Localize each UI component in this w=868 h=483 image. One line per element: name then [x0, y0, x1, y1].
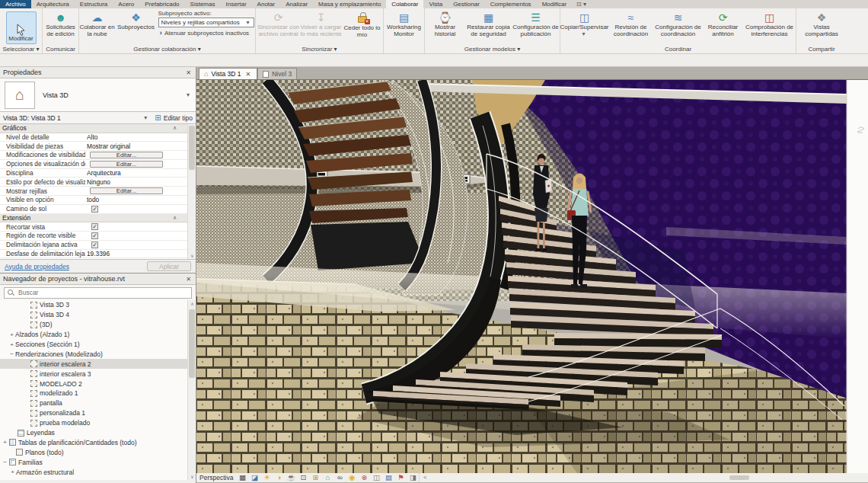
mostrar-historial-button[interactable]: ⌚ Mostrar historial [426, 9, 465, 44]
configuracion-publicacion-button[interactable]: ☰ Configuración de publicación [512, 9, 560, 44]
tab-masa-emplazamiento[interactable]: Masa y emplazamiento [313, 0, 386, 8]
tree-item-tablas[interactable]: +Tablas de planificación/Cantidades (tod… [0, 437, 187, 447]
panel-label-sincronizar[interactable]: Sincronizar ▾ [256, 46, 383, 53]
tab-analizar[interactable]: Analizar [280, 0, 313, 8]
tree-item-leyendas[interactable]: Leyendas [0, 428, 187, 438]
tree-item-armazon-estructural[interactable]: +Armazón estructural [0, 467, 187, 477]
vistas-compartidas-button[interactable]: ❖ Vistas compartidas [799, 9, 844, 44]
instance-selector[interactable]: Vista 3D: Vista 3D 1 ▾ ⊞ Editar tipo [0, 112, 196, 124]
tab-sistemas[interactable]: Sistemas [185, 0, 221, 8]
tab-gestionar[interactable]: Gestionar [448, 0, 485, 8]
scrollbar-thumb[interactable] [729, 475, 749, 480]
tree-item-alzados[interactable]: +Alzados (Alzado 1) [0, 330, 187, 340]
property-row[interactable]: Visible en opcióntodo [0, 196, 187, 205]
colaborar-nube-button[interactable]: ☁ Colaborar en la nube [78, 9, 116, 44]
search-input[interactable] [17, 288, 188, 297]
checkbox-checked[interactable]: ✓ [91, 242, 98, 248]
tree-item-renderizaciones[interactable]: −Renderizaciones (Modelizado) [0, 349, 187, 359]
comprobacion-interferencias-button[interactable]: ◫ Comprobación de interferencias [744, 9, 796, 44]
tab-anotar[interactable]: Anotar [252, 0, 281, 8]
crop-region-icon[interactable]: ⊞ [309, 473, 321, 482]
property-row[interactable]: Región de recorte visible✓ [0, 232, 187, 241]
tab-complementos[interactable]: Complementos [485, 0, 537, 8]
panel-label-gestionar-colaboracion[interactable]: Gestionar colaboración ▾ [79, 46, 255, 53]
tree-item-modelado-2[interactable]: MODELADO 2 [0, 379, 187, 389]
property-row[interactable]: DisciplinaArquitectura [0, 169, 187, 178]
chevron-down-icon[interactable]: ▾ [144, 114, 148, 121]
scroll-down-icon[interactable]: ∨ [188, 253, 196, 258]
scroll-left-icon[interactable]: < [421, 473, 429, 482]
tab-vista[interactable]: Vista [423, 0, 448, 8]
section-graficos[interactable]: Gráficos∧ [0, 124, 187, 133]
ayuda-propiedades-link[interactable]: Ayuda de propiedades [5, 263, 147, 270]
search-box[interactable] [4, 287, 192, 299]
checkbox-checked[interactable]: ✓ [91, 223, 98, 230]
constraints-icon[interactable]: ⚑ [394, 473, 407, 482]
type-selector[interactable]: ⌂ Vista 3D ▾ [0, 78, 196, 112]
tree-item-interior-escalera-2[interactable]: interior escalera 2 [0, 359, 187, 369]
tab-arquitectura[interactable]: Arquitectura [31, 0, 75, 8]
tree-item-prueba-modelado[interactable]: prueba modelado [0, 418, 187, 428]
crop-view-icon[interactable]: ⊡ [297, 473, 309, 482]
property-row[interactable]: Visibilidad de piezasMostrar original [0, 142, 187, 151]
editar-button[interactable]: Editar... [90, 161, 163, 168]
tree-item-planos[interactable]: Planos (todo) [0, 447, 187, 457]
tab-colaborar[interactable]: Colaborar [386, 0, 423, 8]
tree-item-vista-3d-3[interactable]: Vista 3D 3 [0, 300, 187, 310]
subproyecto-activo-select[interactable]: Niveles y rejillas compartidos ▾ [158, 18, 254, 27]
3d-scene-canvas[interactable] [196, 79, 868, 472]
browser-scrollbar[interactable]: ∧ ∨ [187, 300, 196, 480]
property-row[interactable]: Delimitación lejana activa✓ [0, 241, 187, 250]
ceder-todo-button[interactable]: ✕ Ceder todo lo mío [343, 9, 382, 44]
collapse-icon[interactable]: ∧ [173, 215, 187, 221]
scroll-up-icon[interactable]: ∧ [188, 301, 196, 306]
checkbox-checked[interactable]: ✓ [91, 206, 98, 213]
property-row[interactable]: Camino de sol✓ [0, 205, 187, 214]
property-row[interactable]: Desfase de delimitación lejano19.3396 [0, 250, 187, 259]
configuracion-coordinacion-button[interactable]: ≋ Configuración de coordinación [654, 9, 703, 44]
close-icon[interactable]: ✕ [244, 71, 253, 78]
reconciliar-anfitrion-button[interactable]: ⟳ Reconciliar anfitrión [703, 9, 744, 44]
properties-header[interactable]: Propiedades ✕ [0, 67, 196, 78]
close-icon[interactable]: ✕ [184, 276, 193, 283]
ribbon-display-toggle-icon[interactable]: ⊡ ▾ [572, 0, 591, 8]
expand-icon[interactable]: + [8, 341, 15, 348]
copiar-supervisar-button[interactable]: ◫ Copiar/Supervisar ▾ [561, 9, 608, 44]
panel-label-gestionar-modelos[interactable]: Gestionar modelos ▾ [425, 46, 560, 53]
lock-orientation-icon[interactable]: ⌂ [321, 473, 333, 482]
property-row[interactable]: Modificaciones de visibilidad/g...Editar… [0, 151, 187, 160]
more-icon[interactable]: ◨ [407, 473, 419, 482]
subproyectos-button[interactable]: ❖ Subproyectos [116, 9, 156, 44]
expand-icon[interactable]: + [8, 331, 15, 338]
property-row[interactable]: Opciones de visualización de gr...Editar… [0, 160, 187, 169]
temporary-view-properties-icon[interactable]: ⊗ [358, 473, 370, 482]
tree-item-secciones[interactable]: +Secciones (Sección 1) [0, 340, 187, 350]
reveal-hidden-icon[interactable]: ◉ [346, 473, 358, 482]
tab-estructura[interactable]: Estructura [75, 0, 113, 8]
visual-style-icon[interactable]: ◪ [248, 473, 260, 482]
property-row[interactable]: Recortar vista✓ [0, 222, 187, 232]
tree-item-3d[interactable]: (3D) [0, 320, 187, 330]
collapse-icon[interactable]: ∧ [173, 125, 187, 131]
tree-item-familias[interactable]: −Familias [0, 457, 187, 467]
shadows-icon[interactable]: ◑ [273, 473, 285, 482]
editar-button[interactable]: Editar... [90, 152, 163, 159]
section-extension[interactable]: Extensión∧ [0, 214, 187, 223]
horizontal-scrollbar[interactable]: < [419, 473, 868, 482]
tree-item-pantalla[interactable]: pantalla [0, 398, 187, 408]
render-dialog-icon[interactable]: ☕ [285, 473, 297, 482]
tab-insertar[interactable]: Insertar [220, 0, 251, 8]
sun-settings-icon[interactable]: ☀ [260, 473, 273, 482]
chevron-down-icon[interactable]: ▾ [187, 91, 191, 98]
editar-button[interactable]: Editar... [90, 187, 163, 195]
editar-tipo-button[interactable]: ⊞ Editar tipo [155, 114, 193, 122]
property-row[interactable]: Estilo por defecto de visualizaci...Ning… [0, 178, 187, 187]
aplicar-button[interactable]: Aplicar [147, 261, 191, 271]
property-row[interactable]: Mostrar rejillasEditar... [0, 187, 187, 196]
tree-item-modelizado-1[interactable]: modelizado 1 [0, 389, 187, 398]
modificar-button[interactable]: Modificar [6, 9, 37, 44]
worksharing-monitor-button[interactable]: ▤ Worksharing Monitor [385, 9, 424, 44]
tree-item-personalizada-1[interactable]: personalizada 1 [0, 408, 187, 418]
scroll-down-icon[interactable]: ∨ [188, 474, 196, 479]
view-tab-nivel-3[interactable]: Nivel 3 [257, 68, 297, 79]
